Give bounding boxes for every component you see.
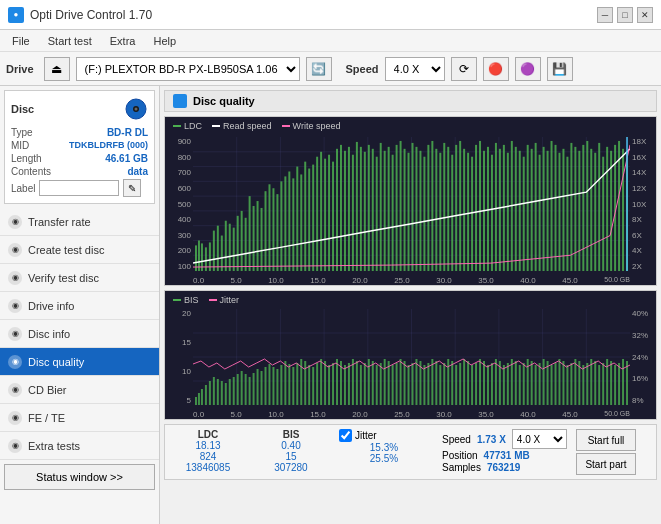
stats-bis-header: BIS [256,429,326,440]
stats-jitter-col: Jitter 15.3% 25.5% [339,429,429,464]
svg-rect-105 [531,149,533,271]
svg-rect-48 [304,162,306,271]
svg-rect-61 [356,142,358,271]
svg-rect-224 [515,361,517,405]
svg-rect-228 [531,361,533,405]
speed-icon-button[interactable]: ⟳ [451,57,477,81]
position-label: Position [442,450,478,461]
speed-select-stats[interactable]: 4.0 X 2.0 X [512,429,567,449]
svg-rect-211 [463,359,465,405]
x-label: 20.0 [352,276,368,285]
start-full-button[interactable]: Start full [576,429,636,451]
svg-rect-185 [360,365,362,405]
y-label-200: 200 [178,246,191,255]
svg-rect-237 [566,365,568,405]
svg-rect-175 [320,359,322,405]
sidebar-item-cd-bier[interactable]: ◉ CD Bier [0,376,159,404]
drive-select[interactable]: (F:) PLEXTOR BD-R PX-LB950SA 1.06 [76,57,300,81]
svg-rect-43 [284,176,286,271]
svg-rect-199 [415,359,417,405]
write-legend-dot [282,125,290,127]
svg-rect-78 [423,157,425,271]
svg-rect-41 [276,194,278,271]
sidebar-item-fe-te[interactable]: ◉ FE / TE [0,404,159,432]
svg-rect-154 [237,374,239,405]
svg-rect-169 [296,363,298,405]
svg-rect-161 [265,367,267,405]
svg-rect-65 [372,149,374,271]
drive-eject-icon[interactable]: ⏏ [44,57,70,81]
disc-label-input[interactable] [39,180,119,196]
position-row: Position 47731 MB [442,450,572,461]
menu-extra[interactable]: Extra [102,33,144,49]
close-button[interactable]: ✕ [637,7,653,23]
drive-refresh-button[interactable]: 🔄 [306,57,332,81]
svg-rect-112 [558,153,560,271]
x-label: 15.0 [310,410,326,419]
disc-label-label: Label [11,183,35,194]
svg-rect-83 [443,143,445,271]
sidebar-item-extra-tests[interactable]: ◉ Extra tests [0,432,159,460]
svg-rect-86 [455,145,457,271]
menu-file[interactable]: File [4,33,38,49]
svg-rect-46 [296,167,298,271]
sidebar-item-verify-test-disc[interactable]: ◉ Verify test disc [0,264,159,292]
y-label-500: 500 [178,200,191,209]
menu-help[interactable]: Help [145,33,184,49]
start-part-button[interactable]: Start part [576,453,636,475]
svg-rect-145 [201,389,203,405]
jitter-checkbox-row: Jitter [339,429,429,442]
stats-ldc-col: LDC 18.13 824 13846085 [173,429,243,473]
svg-rect-217 [487,365,489,405]
read-legend: Read speed [212,121,272,131]
sidebar-item-transfer-rate[interactable]: ◉ Transfer rate [0,208,159,236]
maximize-button[interactable]: □ [617,7,633,23]
svg-rect-101 [515,147,517,271]
svg-rect-144 [198,393,200,405]
status-window-button[interactable]: Status window >> [4,464,155,490]
svg-rect-147 [209,381,211,405]
app-title: Opti Drive Control 1.70 [30,8,152,22]
svg-rect-162 [268,364,270,405]
svg-rect-42 [280,181,282,271]
svg-point-2 [135,108,138,111]
svg-rect-124 [606,147,608,271]
stats-avg-bis: 0.40 [256,440,326,451]
fe-te-icon: ◉ [8,411,22,425]
svg-rect-68 [384,151,386,271]
svg-rect-103 [523,157,525,271]
svg-rect-29 [229,224,231,271]
sidebar-item-disc-quality[interactable]: ◉ Disc quality [0,348,159,376]
disc-label-button[interactable]: ✎ [123,179,141,197]
jitter-legend: Jitter [209,295,240,305]
sidebar-item-disc-info[interactable]: ◉ Disc info [0,320,159,348]
drive-action-btn1[interactable]: 🔴 [483,57,509,81]
stats-max-bis: 15 [256,451,326,462]
y-label-24pct: 24% [632,353,648,362]
svg-rect-67 [380,143,382,271]
svg-rect-213 [471,365,473,405]
svg-rect-122 [598,143,600,271]
drive-save-button[interactable]: 💾 [547,57,573,81]
sidebar-item-create-test-disc[interactable]: ◉ Create test disc [0,236,159,264]
ldc-legend: LDC [173,121,202,131]
drive-action-btn2[interactable]: 🟣 [515,57,541,81]
svg-rect-164 [276,369,278,405]
svg-rect-226 [523,363,525,405]
nav-label: FE / TE [28,412,65,424]
sidebar-item-drive-info[interactable]: ◉ Drive info [0,292,159,320]
menu-start-test[interactable]: Start test [40,33,100,49]
chart-header-icon [173,94,187,108]
svg-rect-92 [479,141,481,271]
svg-rect-32 [241,211,243,271]
jitter-legend-dot [209,299,217,301]
svg-rect-222 [507,363,509,405]
jitter-checkbox[interactable] [339,429,352,442]
svg-rect-216 [483,361,485,405]
minimize-button[interactable]: ─ [597,7,613,23]
disc-label-row: Label ✎ [11,179,148,197]
svg-rect-178 [332,363,334,405]
speed-select[interactable]: 4.0 X 2.0 X 1.0 X [385,57,445,81]
svg-rect-236 [562,361,564,405]
svg-rect-225 [519,365,521,405]
